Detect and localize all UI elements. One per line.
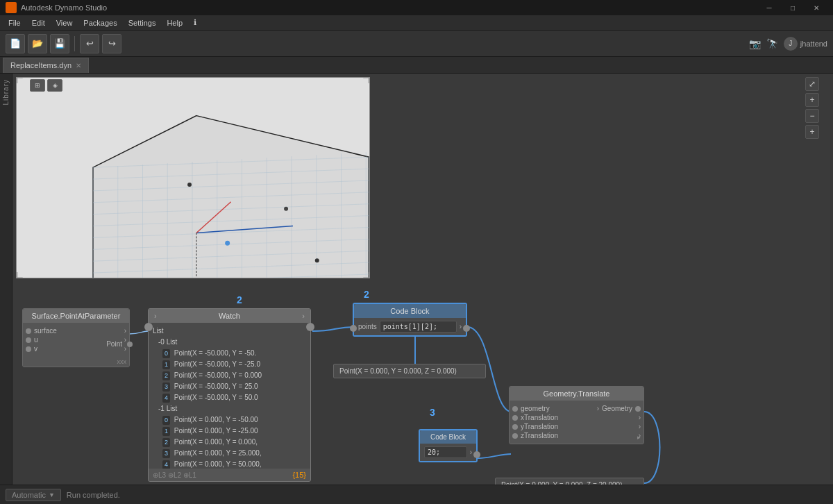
svg-point-32 xyxy=(225,241,230,246)
run-mode-label: Automatic xyxy=(12,491,46,499)
codeblock1-chevron: › xyxy=(460,323,462,330)
translate-expand-icon: ▸ xyxy=(637,434,641,441)
node-watch[interactable]: › Watch › List -0 List 0 Point(X = -50.0… xyxy=(148,308,311,482)
node-codeblock-1[interactable]: 2 Code Block points points[1][2]; › xyxy=(353,303,467,337)
canvas[interactable]: ⊞ ◈ ⤢ + − + xyxy=(12,74,833,485)
view-bg-btn[interactable]: ◈ xyxy=(47,79,62,92)
open-button[interactable]: 📂 xyxy=(28,34,47,53)
main-area: Library xyxy=(0,74,833,485)
port-label-v: v xyxy=(34,345,37,353)
port-in-xtrans[interactable] xyxy=(512,415,518,421)
node-number-watch: 2 xyxy=(237,294,242,305)
port-out-point[interactable] xyxy=(127,342,133,347)
watch-item-1-0: 0 Point(X = 0.000, Y = -50.00 xyxy=(161,414,308,426)
menu-file[interactable]: File xyxy=(3,17,26,28)
port-row-xtrans: xTranslation › xyxy=(512,414,641,421)
user-avatar: J xyxy=(784,37,798,51)
port-label-geometry: geometry xyxy=(521,405,550,412)
port-in-u[interactable] xyxy=(26,337,31,343)
new-button[interactable]: 📄 xyxy=(6,34,25,53)
node-surface-point-at-parameter[interactable]: Surface.PointAtParameter surface › u › v… xyxy=(22,308,130,367)
port-row-geometry: geometry › Geometry xyxy=(512,405,641,412)
node-surface-footer: xxx xyxy=(23,357,129,367)
chevron-ytrans: › xyxy=(639,423,641,430)
watch-item-0-3: 3 Point(X = -50.000, Y = 25.0 xyxy=(161,381,308,392)
camera-icon[interactable]: 📷 xyxy=(749,38,761,49)
library-panel[interactable]: Library xyxy=(0,74,12,485)
codeblock1-number: 2 xyxy=(364,289,369,300)
watch-body[interactable]: List -0 List 0 Point(X = -50.000, Y = -5… xyxy=(149,323,310,469)
port-out-codeblock2[interactable] xyxy=(473,451,480,458)
fit-view-button[interactable]: ⤢ xyxy=(805,77,819,91)
watch-item-0-4: 4 Point(X = -50.000, Y = 50.0 xyxy=(161,392,308,403)
port-in-codeblock1[interactable] xyxy=(350,325,357,332)
menu-edit[interactable]: Edit xyxy=(26,17,51,28)
watch-title: Watch xyxy=(219,312,240,320)
port-in-ztrans[interactable] xyxy=(512,433,518,439)
tab-label: ReplaceItems.dyn xyxy=(10,61,71,69)
zoom-in-button[interactable]: + xyxy=(805,93,819,107)
menu-view[interactable]: View xyxy=(51,17,78,28)
right-panel: ⤢ + − + xyxy=(805,77,819,139)
menu-packages[interactable]: Packages xyxy=(78,17,122,28)
port-out-codeblock1[interactable] xyxy=(463,325,470,332)
port-in-surface[interactable] xyxy=(26,328,31,334)
watch-item-0-0: 0 Point(X = -50.000, Y = -50. xyxy=(161,348,308,359)
menu-help[interactable]: Help xyxy=(161,17,188,28)
node-codeblock-2[interactable]: Code Block 20; › xyxy=(419,429,478,462)
toolbar-right: 📷 🔭 J jhattend xyxy=(749,31,827,56)
port-in-watch[interactable] xyxy=(144,323,153,331)
toolbar: 📄 📂 💾 ↩ ↪ 📷 🔭 J jhattend xyxy=(0,31,833,57)
port-arrow-left: › xyxy=(154,312,157,320)
port-out-geometry[interactable] xyxy=(635,406,641,412)
redo-button[interactable]: ↪ xyxy=(102,34,121,53)
save-button[interactable]: 💾 xyxy=(50,34,69,53)
node-translate-body: geometry › Geometry xTranslation › yTran… xyxy=(510,401,643,444)
watch-item-1-2: 2 Point(X = 0.000, Y = 0.000, xyxy=(161,437,308,448)
codeblock2-code: 20; xyxy=(428,448,440,456)
node-geometry-translate[interactable]: Geometry.Translate geometry › Geometry x… xyxy=(509,386,644,444)
view-grid-btn[interactable]: ⊞ xyxy=(30,79,45,92)
status-text: Run completed. xyxy=(67,491,120,499)
run-mode-dropdown-icon[interactable]: ▼ xyxy=(49,492,55,498)
codeblock1-output-text: Point(X = 0.000, Y = 0.000, Z = 0.000) xyxy=(339,367,457,375)
port-in-geometry[interactable] xyxy=(512,406,518,412)
node-translate-header: Geometry.Translate xyxy=(510,387,643,401)
codeblock1-port-label: points xyxy=(358,323,377,330)
user-info: J jhattend xyxy=(784,37,827,51)
zoom-fit-button[interactable]: + xyxy=(805,125,819,139)
tab-close-button[interactable]: ✕ xyxy=(76,62,81,69)
minimize-button[interactable]: ─ xyxy=(758,0,780,15)
svg-point-31 xyxy=(284,207,288,211)
port-in-v[interactable] xyxy=(26,346,31,352)
undo-button[interactable]: ↩ xyxy=(80,34,99,53)
port-out-watch[interactable] xyxy=(306,323,314,331)
port-arrow-right: › xyxy=(302,312,305,320)
translate-output-display: Point(X = 0.000, Y = 0.000, Z = 20.000) xyxy=(495,478,644,485)
svg-point-30 xyxy=(187,183,192,187)
watch-footer: ⊕L3 ⊕L2 ⊕L1 {15} xyxy=(149,469,310,481)
codeblock1-code-input[interactable]: points[1][2]; xyxy=(380,321,457,333)
node-watch-header: › Watch › xyxy=(149,309,310,323)
menu-info[interactable]: ℹ xyxy=(188,17,202,28)
codeblock2-code-input[interactable]: 20; xyxy=(424,446,467,458)
titlebar: Autodesk Dynamo Studio ─ □ ✕ xyxy=(0,0,833,15)
codeblock2-chevron: › xyxy=(470,448,472,456)
port-label-surface: surface xyxy=(34,327,57,335)
close-button[interactable]: ✕ xyxy=(805,0,827,15)
codeblock1-code: points[1][2]; xyxy=(383,323,437,330)
run-mode-selector[interactable]: Automatic ▼ xyxy=(6,489,61,501)
library-label[interactable]: Library xyxy=(2,79,10,106)
view-icon[interactable]: 🔭 xyxy=(766,38,778,49)
codeblock2-header: Code Block xyxy=(420,430,476,444)
port-in-ytrans[interactable] xyxy=(512,424,518,430)
codeblock1-body: points points[1][2]; › xyxy=(354,318,466,335)
port-label-u: u xyxy=(34,336,38,344)
menu-settings[interactable]: Settings xyxy=(123,17,162,28)
restore-button[interactable]: □ xyxy=(782,0,804,15)
watch-count: {15} xyxy=(292,471,306,479)
watch-footer-levels: ⊕L3 ⊕L2 ⊕L1 xyxy=(153,471,196,479)
zoom-out-button[interactable]: − xyxy=(805,109,819,123)
tab-replaceitems[interactable]: ReplaceItems.dyn ✕ xyxy=(3,58,89,73)
watch-item-0-1: 1 Point(X = -50.000, Y = -25.0 xyxy=(161,359,308,370)
